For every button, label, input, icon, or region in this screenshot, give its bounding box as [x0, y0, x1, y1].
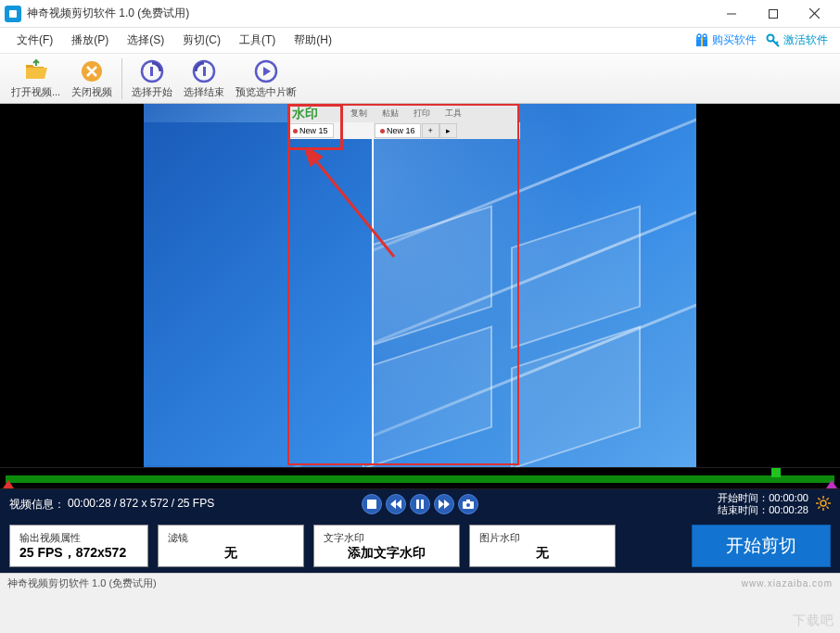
buy-software-link[interactable]: 购买软件 — [690, 32, 761, 48]
svg-rect-24 — [421, 500, 424, 509]
pause-button[interactable] — [410, 494, 430, 514]
select-end-button[interactable]: 选择结束 — [178, 57, 230, 101]
textwm-value: 添加文字水印 — [324, 545, 450, 562]
embedded-tabs: New 16 + ▸ — [374, 122, 520, 139]
site-watermark: www.xiazaiba.com — [742, 578, 833, 589]
menubar: 文件(F) 播放(P) 选择(S) 剪切(C) 工具(T) 帮助(H) 购买软件… — [0, 28, 840, 54]
svg-line-34 — [827, 506, 829, 508]
svg-rect-0 — [9, 10, 17, 18]
filter-box[interactable]: 滤镜 无 — [158, 525, 304, 567]
toolbar: 打开视频... 关闭视频 选择开始 选择结束 预览选中片断 — [0, 54, 840, 104]
text-watermark-box[interactable]: 文字水印 添加文字水印 — [313, 525, 460, 567]
menu-play[interactable]: 播放(P) — [62, 29, 118, 52]
corner-watermark: 下载吧 — [793, 613, 834, 629]
output-properties-row: 输出视频属性 25 FPS，872x572 滤镜 无 文字水印 添加文字水印 图… — [0, 519, 840, 573]
output-props-value: 25 FPS，872x572 — [19, 545, 138, 562]
start-cut-button[interactable]: 开始剪切 — [692, 525, 831, 567]
play-circle-icon — [253, 58, 279, 84]
window-title: 神奇视频剪切软件 1.0 (免费试用) — [27, 6, 189, 21]
menu-cut[interactable]: 剪切(C) — [173, 29, 230, 52]
video-info: 视频信息： 00:00:28/ 872 x 572/ 25 FPS — [9, 497, 214, 513]
output-props-label: 输出视频属性 — [19, 531, 138, 545]
svg-rect-22 — [367, 500, 376, 509]
close-label: 关闭视频 — [71, 85, 112, 99]
end-time-label: 结束时间： — [718, 504, 769, 515]
filter-value: 无 — [168, 545, 294, 562]
close-video-button[interactable]: 关闭视频 — [66, 57, 118, 101]
status-text: 神奇视频剪切软件 1.0 (免费试用) — [7, 576, 157, 590]
menu-help[interactable]: 帮助(H) — [285, 29, 341, 52]
output-props-box[interactable]: 输出视频属性 25 FPS，872x572 — [9, 525, 148, 567]
info-fps: 25 FPS — [177, 497, 214, 513]
cmd-copy: 复制 — [343, 108, 375, 120]
open-video-button[interactable]: 打开视频... — [6, 57, 66, 101]
red-arrow-icon — [306, 150, 417, 271]
toolbar-separator — [121, 58, 122, 99]
select-start-icon — [139, 58, 165, 84]
textwm-label: 文字水印 — [324, 531, 450, 545]
tab-add-button[interactable]: + — [422, 123, 439, 138]
timeline-cursor[interactable] — [771, 468, 781, 477]
svg-rect-19 — [203, 67, 206, 76]
selend-label: 选择结束 — [184, 85, 224, 99]
key-icon — [766, 33, 781, 48]
svg-point-27 — [466, 503, 470, 507]
svg-rect-7 — [701, 37, 703, 46]
selstart-label: 选择开始 — [132, 85, 172, 99]
svg-line-12 — [776, 42, 778, 44]
svg-point-8 — [697, 34, 701, 38]
video-preview-area: 复制 粘贴 打印 工具 New 16 + ▸ New 15 水印 — [0, 104, 840, 467]
tab-new16[interactable]: New 16 — [375, 123, 421, 138]
rewind-button[interactable] — [386, 494, 406, 514]
svg-point-28 — [821, 500, 826, 506]
statusbar: 神奇视频剪切软件 1.0 (免费试用) www.xiazaiba.com — [0, 573, 840, 593]
forward-button[interactable] — [434, 494, 454, 514]
imgwm-value: 无 — [479, 545, 605, 562]
dot-icon — [380, 129, 385, 133]
gift-icon — [694, 33, 709, 48]
svg-line-33 — [818, 498, 820, 500]
svg-line-21 — [313, 158, 394, 257]
preview-label: 预览选中片断 — [235, 85, 297, 99]
filter-label: 滤镜 — [168, 531, 294, 545]
svg-line-35 — [818, 506, 820, 508]
maximize-button[interactable] — [752, 0, 794, 28]
tab-more-button[interactable]: ▸ — [439, 123, 457, 138]
video-frame: 复制 粘贴 打印 工具 New 16 + ▸ New 15 水印 — [144, 104, 696, 467]
menu-file[interactable]: 文件(F) — [7, 29, 62, 52]
titlebar: 神奇视频剪切软件 1.0 (免费试用) — [0, 0, 840, 28]
svg-point-9 — [703, 34, 706, 38]
timeline-selection — [6, 475, 834, 483]
cmd-paste: 粘贴 — [375, 108, 406, 120]
playback-controls: 视频信息： 00:00:28/ 872 x 572/ 25 FPS 开始时间：0… — [0, 489, 840, 519]
minimize-button[interactable] — [710, 0, 752, 28]
svg-rect-23 — [416, 500, 419, 509]
folder-open-icon — [23, 58, 49, 84]
snapshot-button[interactable] — [458, 494, 478, 514]
timeline-end-marker[interactable] — [826, 480, 837, 488]
activate-label: 激活软件 — [783, 32, 828, 48]
info-resolution: 872 x 572 — [120, 497, 169, 513]
preview-selection-button[interactable]: 预览选中片断 — [230, 57, 302, 101]
menu-tools[interactable]: 工具(T) — [230, 29, 285, 52]
close-button[interactable] — [794, 0, 835, 28]
activate-software-link[interactable]: 激活软件 — [761, 32, 833, 48]
settings-gear-icon[interactable] — [816, 496, 831, 513]
svg-rect-26 — [466, 500, 470, 502]
stop-button[interactable] — [362, 494, 382, 514]
timeline[interactable] — [0, 467, 840, 489]
timeline-start-marker[interactable] — [3, 480, 14, 488]
cmd-tools: 工具 — [438, 108, 469, 120]
menu-select[interactable]: 选择(S) — [118, 29, 173, 52]
close-circle-icon — [79, 58, 105, 84]
image-watermark-box[interactable]: 图片水印 无 — [469, 525, 616, 567]
svg-rect-2 — [769, 9, 777, 18]
imgwm-label: 图片水印 — [479, 531, 605, 545]
select-start-button[interactable]: 选择开始 — [126, 57, 178, 101]
open-label: 打开视频... — [11, 85, 60, 99]
info-duration: 00:00:28 — [68, 497, 111, 513]
svg-line-36 — [827, 498, 829, 500]
watermark-text-label: 水印 — [292, 106, 318, 122]
start-time-label: 开始时间： — [718, 492, 769, 503]
select-end-icon — [191, 58, 217, 84]
